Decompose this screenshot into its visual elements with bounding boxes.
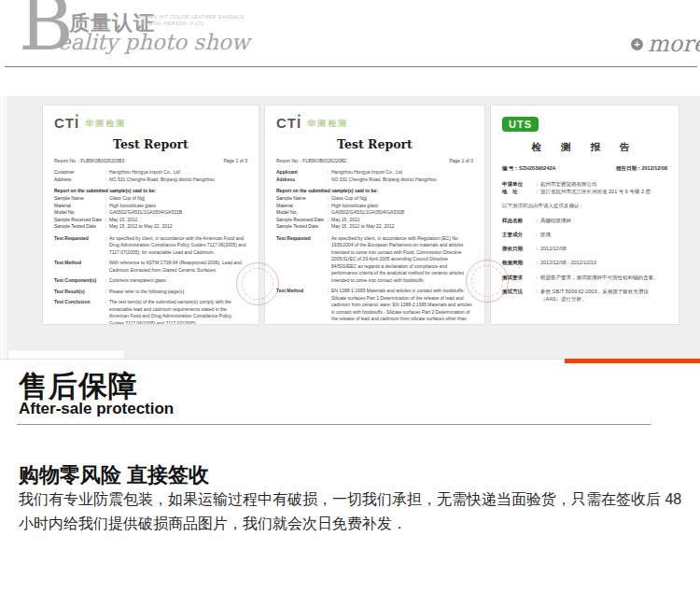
cert-field-separator: :	[325, 203, 331, 210]
cert-field-row: Test Method:EN 1388-1:1995 Materials and…	[276, 288, 473, 325]
report-no-label: Report No. :	[54, 158, 79, 163]
cert-field-label: Test Method	[276, 288, 325, 325]
aftersale-slogan: 购物零风险 直接签收	[19, 461, 209, 489]
cert-field-label: Test Requested	[54, 235, 103, 257]
cert-field-value: 玻璃	[540, 231, 667, 238]
aftersale-divider-line	[17, 424, 651, 425]
cert-field-value: 2012/12/08 - 2012/12/10	[540, 259, 667, 266]
cert-field-separator: :	[103, 260, 109, 274]
left-edge-strip	[0, 96, 7, 359]
cti-logo-cn: 华测检测	[85, 119, 126, 128]
cert-field-row: Test Component(s):Colorless transparent …	[54, 277, 247, 285]
more-label: more	[648, 31, 700, 57]
cert-field-value: GA0502/GA531/1GA0504/GA531B	[331, 209, 473, 217]
cert-field-value: High borosilicate glass	[109, 203, 247, 210]
cert-field-value: GA0502/GA531/1GA0504/GA531B	[109, 209, 247, 217]
cert-field-row: Test Result(s):Please refer to the follo…	[54, 289, 247, 296]
cert-field-label: Test Requested	[276, 235, 325, 285]
cert-field-row: Customer:Hangzhou Hongya Import Co., Ltd	[54, 169, 247, 176]
cert-field-label: 申请单位	[502, 180, 534, 188]
cert-field-value: Glass Cup of Ngj	[331, 195, 473, 203]
report-title: Test Report	[276, 137, 473, 151]
party-rows: Customer:Hangzhou Hongya Import Co., Ltd…	[54, 169, 247, 183]
cert-field-row: Sample Received Date:May 15, 2012	[276, 217, 473, 224]
report-no-label: Report No. :	[276, 158, 301, 163]
certificates-section: CTI华测检测 Test Report Report No. : FLB5K0B…	[0, 96, 700, 359]
uts-detail-rows: 样品名称：高硼硅玻璃杯主要成分：玻璃接收日期：2012/12/08检测周期：20…	[502, 217, 667, 304]
sample-rows: Sample Name:Glass Cup of NgjMaterial:Hig…	[276, 195, 473, 231]
cert-field-row: Sample Tested Date:May 15, 2012 to May 2…	[276, 223, 473, 231]
report-number-line: Report No. : FLB5K0B0026220B2 Page 1 of …	[276, 158, 473, 163]
cert-field-label: 接收日期	[502, 245, 534, 252]
cert-field-separator: :	[103, 289, 109, 296]
submitted-heading: Report on the submitted sample(s) said t…	[276, 188, 473, 193]
cert-field-label: Sample Tested Date	[54, 223, 103, 231]
cti-logo-text: CTI	[54, 115, 79, 131]
cert-field-row: 检测周期：2012/12/08 - 2012/12/10	[502, 259, 667, 266]
cert-field-separator: :	[325, 217, 331, 224]
cert-field-label: Test Result(s)	[54, 289, 103, 296]
certificate-uts: UTS 检 测 报 告 编 号：SZH20390242A 报告日期：2012/1…	[490, 105, 679, 325]
cert-field-value: 浙江省杭州市滨江区长河街道 201 号 6 号楼 2 层	[540, 188, 667, 195]
cert-field-row: Sample Received Date:May 15, 2012	[54, 217, 247, 224]
quality-certification-banner: B 质量认证 SUMAN HIT COLOR LEATHER SANDALS C…	[0, 0, 700, 96]
cert-field-separator: :	[103, 217, 109, 224]
more-button[interactable]: + more	[631, 31, 700, 57]
cert-field-row: Model No.:GA0502/GA531/1GA0504/GA531B	[276, 209, 473, 217]
cert-field-separator: ：	[534, 288, 540, 304]
page-info: Page 1 of 3	[223, 158, 247, 163]
cert-field-separator: :	[103, 209, 109, 217]
cert-field-row: Material:High borosilicate glass	[276, 203, 473, 210]
certificate-cti-eu: CTI华测检测 Test Report Report No. : FLB5K0B…	[264, 105, 485, 325]
cert-field-label: Customer	[54, 169, 103, 176]
cert-field-row: Test Conclusion:The test item(s) of the …	[54, 299, 247, 325]
cert-field-row: 测试要求：根据客户要求，测试玻璃杯中可溶性铅和镉的含量。	[502, 274, 667, 281]
cert-field-row: Address:NO.531 Chenghe Road, Binjiang di…	[276, 176, 473, 184]
uts-date-value: 2012/12/08	[641, 165, 667, 171]
cert-field-value: EN 1388-1:1995 Materials and articles in…	[331, 288, 473, 325]
cert-field-value: 高硼硅玻璃杯	[540, 217, 667, 224]
cert-field-label: Address	[276, 176, 325, 184]
cert-field-value: Colorless transparent glass.	[109, 277, 247, 285]
cert-field-row: Material:High borosilicate glass	[54, 203, 247, 210]
uts-report-title: 检 测 报 告	[502, 141, 667, 154]
section-corner-box	[7, 349, 125, 361]
cert-field-row: Sample Name:Glass Cup of Ngj	[54, 195, 247, 203]
cert-field-row: 样品名称：高硼硅玻璃杯	[502, 217, 667, 224]
cert-field-row: Sample Tested Date:May 15, 2012 to May 2…	[54, 223, 247, 231]
cert-field-separator: :	[103, 223, 109, 231]
cert-field-separator: :	[325, 195, 331, 203]
cert-field-row: Test Requested:As specified by client, i…	[276, 235, 473, 285]
cert-field-value: As specified by client, in accordance wi…	[109, 235, 247, 257]
cert-field-separator: :	[103, 195, 109, 203]
cert-field-row: Model No.:GA0502/GA531/1GA0504/GA531B	[54, 209, 247, 217]
cert-field-separator: ：	[534, 180, 540, 188]
orange-accent-bar	[565, 359, 700, 363]
cert-field-row: 主要成分：玻璃	[502, 231, 667, 238]
cert-field-label: 测试方法	[502, 288, 534, 304]
aftersale-body-text: 我们有专业防震包装，如果运输过程中有破损，一切我们承担，无需快递当面验货，只需在…	[19, 487, 686, 537]
report-no-value: FLB5K0B0026203B3	[80, 158, 124, 163]
cert-field-value: May 15, 2012 to May 22, 2012	[109, 223, 247, 231]
cti-logo-cn: 华测检测	[307, 119, 348, 128]
uts-date-label: 报告日期：	[616, 165, 642, 171]
cert-field-separator: :	[325, 223, 331, 231]
sample-rows: Sample Name:Glass Cup of NgjMaterial:Hig…	[54, 195, 247, 231]
cert-field-label: Model No.	[276, 209, 325, 217]
cert-field-value: 杭州市宏雅贸易有限公司	[540, 180, 667, 188]
cert-field-label: Sample Received Date	[54, 217, 103, 224]
banner-caption-line1: SUMAN HIT COLOR LEATHER SANDALS	[137, 14, 244, 20]
cert-field-label: Test Component(s)	[54, 277, 103, 285]
uts-number-line: 编 号：SZH20390242A 报告日期：2012/12/08	[502, 165, 667, 172]
product-description-page: B 质量认证 SUMAN HIT COLOR LEATHER SANDALS C…	[0, 0, 700, 593]
cert-field-value: With reference to ASTM C738-94 (Reapprov…	[109, 260, 247, 274]
submitted-heading: Report on the submitted sample(s) said t…	[54, 188, 247, 193]
party-rows: Applicant:Hangzhou Hongya Import Co., Lt…	[276, 169, 473, 183]
red-seal-stamp-icon	[236, 262, 279, 305]
cert-field-row: Applicant:Hangzhou Hongya Import Co., Lt…	[276, 169, 473, 176]
uts-note: 以下测试样品由申请人提供及确认：	[502, 203, 667, 209]
cert-field-label: 主要成分	[502, 231, 534, 238]
cert-field-label: Applicant	[276, 169, 325, 176]
cert-field-label: Sample Tested Date	[276, 223, 325, 231]
cert-field-separator: :	[325, 209, 331, 217]
